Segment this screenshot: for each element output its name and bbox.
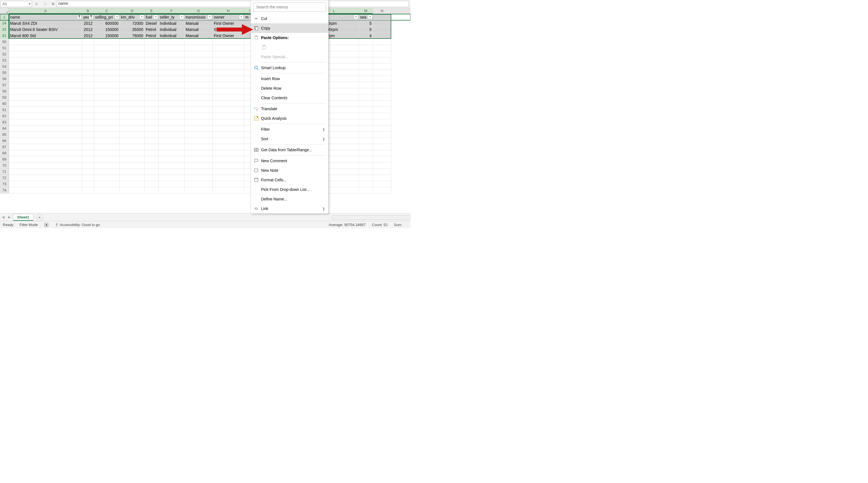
cell[interactable] bbox=[159, 57, 185, 64]
cell[interactable] bbox=[373, 26, 391, 33]
cell[interactable] bbox=[359, 70, 373, 76]
cell[interactable] bbox=[359, 156, 373, 162]
row-header[interactable]: 59 bbox=[0, 94, 9, 101]
cell[interactable] bbox=[213, 132, 244, 138]
cell[interactable] bbox=[373, 156, 391, 162]
cell[interactable] bbox=[213, 119, 244, 125]
cell[interactable]: sea▾ bbox=[359, 14, 373, 20]
cell[interactable] bbox=[120, 132, 145, 138]
cell[interactable] bbox=[185, 156, 213, 162]
cell[interactable] bbox=[185, 70, 213, 76]
cell[interactable] bbox=[120, 70, 145, 76]
cell[interactable] bbox=[120, 45, 145, 51]
cell[interactable] bbox=[159, 70, 185, 76]
select-all-corner[interactable] bbox=[0, 8, 9, 14]
cell[interactable] bbox=[94, 57, 120, 64]
cell[interactable] bbox=[159, 156, 185, 162]
cell[interactable]: 35000 bbox=[120, 26, 145, 33]
cell[interactable]: 5 bbox=[359, 20, 373, 26]
cell[interactable] bbox=[359, 64, 373, 70]
cell[interactable] bbox=[145, 132, 159, 138]
cell[interactable] bbox=[359, 39, 373, 45]
cell[interactable] bbox=[159, 162, 185, 169]
cell[interactable] bbox=[94, 175, 120, 181]
add-sheet-button[interactable]: + bbox=[36, 214, 43, 221]
cell[interactable] bbox=[213, 144, 244, 150]
cell[interactable] bbox=[9, 181, 82, 187]
cell[interactable] bbox=[159, 169, 185, 175]
cell[interactable] bbox=[213, 57, 244, 64]
row-header[interactable]: 52 bbox=[0, 51, 9, 57]
cell[interactable] bbox=[159, 132, 185, 138]
cell[interactable] bbox=[185, 45, 213, 51]
cell[interactable] bbox=[82, 169, 94, 175]
menu-pick-list[interactable]: Pick From Drop-down List... bbox=[251, 185, 328, 194]
cell[interactable]: Diesel bbox=[145, 20, 159, 26]
cell[interactable] bbox=[359, 187, 373, 193]
cell[interactable] bbox=[94, 156, 120, 162]
cell[interactable]: 5 bbox=[359, 26, 373, 33]
cell[interactable] bbox=[82, 51, 94, 57]
cell[interactable]: Maruti Omni 8 Seater BSIV bbox=[9, 26, 82, 33]
cell[interactable] bbox=[373, 169, 391, 175]
sheet-tab-active[interactable]: Sheet1 bbox=[13, 214, 33, 221]
cell[interactable]: 4 bbox=[359, 33, 373, 39]
cell[interactable] bbox=[373, 57, 391, 64]
cell[interactable] bbox=[213, 94, 244, 101]
cell[interactable] bbox=[159, 125, 185, 132]
cell[interactable]: Second Owner bbox=[213, 26, 244, 33]
cell[interactable] bbox=[185, 39, 213, 45]
cell[interactable]: selling_pri▾ bbox=[94, 14, 120, 20]
cell[interactable] bbox=[159, 101, 185, 107]
cell[interactable] bbox=[82, 70, 94, 76]
cell[interactable] bbox=[82, 82, 94, 88]
cell[interactable] bbox=[120, 94, 145, 101]
cell[interactable] bbox=[9, 51, 82, 57]
row-header[interactable]: 62 bbox=[0, 113, 9, 119]
cell[interactable] bbox=[185, 132, 213, 138]
cell[interactable] bbox=[94, 107, 120, 113]
menu-format-cells[interactable]: Format Cells... bbox=[251, 175, 328, 185]
cell[interactable] bbox=[213, 175, 244, 181]
cell[interactable] bbox=[9, 39, 82, 45]
cell[interactable] bbox=[359, 76, 373, 82]
cell[interactable] bbox=[185, 187, 213, 193]
cell[interactable]: Petrol bbox=[145, 33, 159, 39]
cell[interactable] bbox=[359, 51, 373, 57]
cell[interactable] bbox=[145, 113, 159, 119]
cell[interactable] bbox=[145, 181, 159, 187]
cell[interactable] bbox=[159, 187, 185, 193]
cell[interactable] bbox=[213, 187, 244, 193]
row-header[interactable]: 50 bbox=[0, 39, 9, 45]
cell[interactable] bbox=[185, 64, 213, 70]
cell[interactable] bbox=[120, 76, 145, 82]
cell[interactable]: Individual bbox=[159, 33, 185, 39]
row-header[interactable]: 1 bbox=[0, 14, 9, 20]
cell[interactable] bbox=[120, 57, 145, 64]
row-header[interactable]: 51 bbox=[0, 45, 9, 51]
menu-insert-row[interactable]: Insert Row bbox=[251, 74, 328, 84]
col-header-M[interactable]: M bbox=[359, 8, 373, 14]
cell[interactable] bbox=[120, 119, 145, 125]
cell[interactable] bbox=[9, 76, 82, 82]
cell[interactable] bbox=[82, 94, 94, 101]
cell[interactable]: Maruti SX4 ZDI bbox=[9, 20, 82, 26]
cell[interactable] bbox=[373, 175, 391, 181]
cell[interactable] bbox=[185, 113, 213, 119]
cell[interactable] bbox=[120, 51, 145, 57]
cell[interactable] bbox=[82, 107, 94, 113]
cell[interactable] bbox=[120, 144, 145, 150]
row-header[interactable]: 24 bbox=[0, 20, 9, 26]
cell[interactable] bbox=[373, 88, 391, 94]
cell[interactable] bbox=[94, 94, 120, 101]
col-header-F[interactable]: F bbox=[159, 8, 185, 14]
cell[interactable] bbox=[159, 45, 185, 51]
formula-input[interactable]: name bbox=[56, 1, 409, 7]
horizontal-scrollbar[interactable] bbox=[332, 215, 410, 220]
filter-dropdown-icon[interactable]: ▾ bbox=[368, 14, 372, 19]
cell[interactable] bbox=[145, 94, 159, 101]
cell[interactable] bbox=[9, 45, 82, 51]
cell[interactable] bbox=[159, 107, 185, 113]
cell[interactable] bbox=[213, 138, 244, 144]
cell[interactable] bbox=[185, 150, 213, 156]
